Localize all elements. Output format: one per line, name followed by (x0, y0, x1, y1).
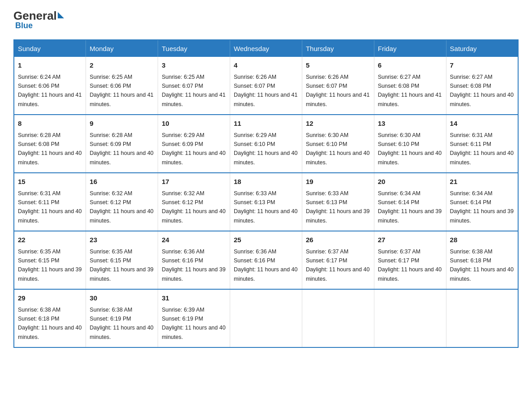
calendar-cell: 13Sunrise: 6:30 AMSunset: 6:10 PMDayligh… (374, 115, 446, 173)
calendar-cell: 31Sunrise: 6:39 AMSunset: 6:19 PMDayligh… (158, 289, 230, 347)
day-number: 26 (306, 235, 370, 245)
calendar-cell (230, 289, 302, 347)
day-info: Sunrise: 6:25 AMSunset: 6:06 PMDaylight:… (90, 74, 153, 107)
day-number: 6 (378, 60, 442, 71)
calendar-cell (302, 289, 374, 347)
day-number: 12 (306, 119, 370, 129)
calendar-cell: 14Sunrise: 6:31 AMSunset: 6:11 PMDayligh… (446, 115, 518, 173)
calendar-cell: 24Sunrise: 6:36 AMSunset: 6:16 PMDayligh… (158, 231, 230, 289)
calendar-cell: 10Sunrise: 6:29 AMSunset: 6:09 PMDayligh… (158, 115, 230, 173)
calendar-week-row: 1Sunrise: 6:24 AMSunset: 6:06 PMDaylight… (14, 57, 518, 115)
day-info: Sunrise: 6:38 AMSunset: 6:18 PMDaylight:… (18, 307, 82, 340)
day-info: Sunrise: 6:37 AMSunset: 6:17 PMDaylight:… (378, 248, 442, 282)
calendar-cell: 20Sunrise: 6:34 AMSunset: 6:14 PMDayligh… (374, 173, 446, 231)
day-info: Sunrise: 6:27 AMSunset: 6:08 PMDaylight:… (378, 74, 442, 107)
day-number: 15 (18, 177, 82, 187)
calendar-cell: 3Sunrise: 6:25 AMSunset: 6:07 PMDaylight… (158, 57, 230, 115)
calendar-cell: 16Sunrise: 6:32 AMSunset: 6:12 PMDayligh… (86, 173, 158, 231)
day-number: 18 (234, 177, 298, 187)
logo-blue-text: Blue (15, 21, 33, 30)
day-number: 30 (90, 293, 154, 304)
day-info: Sunrise: 6:25 AMSunset: 6:07 PMDaylight:… (162, 74, 225, 107)
day-number: 27 (378, 235, 442, 245)
day-info: Sunrise: 6:34 AMSunset: 6:14 PMDaylight:… (378, 190, 442, 224)
day-info: Sunrise: 6:28 AMSunset: 6:08 PMDaylight:… (18, 132, 82, 166)
day-number: 17 (162, 177, 226, 187)
calendar-cell: 25Sunrise: 6:36 AMSunset: 6:16 PMDayligh… (230, 231, 302, 289)
calendar-cell: 19Sunrise: 6:33 AMSunset: 6:13 PMDayligh… (302, 173, 374, 231)
col-header-monday: Monday (86, 40, 158, 57)
calendar-cell (446, 289, 518, 347)
calendar-week-row: 15Sunrise: 6:31 AMSunset: 6:11 PMDayligh… (14, 173, 518, 231)
day-number: 24 (162, 235, 226, 245)
day-info: Sunrise: 6:37 AMSunset: 6:17 PMDaylight:… (306, 248, 369, 282)
day-number: 10 (162, 119, 226, 129)
calendar-cell: 1Sunrise: 6:24 AMSunset: 6:06 PMDaylight… (14, 57, 86, 115)
calendar-cell: 4Sunrise: 6:26 AMSunset: 6:07 PMDaylight… (230, 57, 302, 115)
day-number: 3 (162, 60, 226, 71)
calendar-cell: 5Sunrise: 6:26 AMSunset: 6:07 PMDaylight… (302, 57, 374, 115)
page-header: General Blue (13, 9, 519, 30)
calendar-week-row: 8Sunrise: 6:28 AMSunset: 6:08 PMDaylight… (14, 115, 518, 173)
day-info: Sunrise: 6:39 AMSunset: 6:19 PMDaylight:… (162, 307, 225, 340)
calendar-cell: 11Sunrise: 6:29 AMSunset: 6:10 PMDayligh… (230, 115, 302, 173)
day-number: 22 (18, 235, 82, 245)
day-number: 9 (90, 119, 154, 129)
day-number: 21 (450, 177, 514, 187)
day-info: Sunrise: 6:35 AMSunset: 6:15 PMDaylight:… (18, 248, 82, 282)
calendar-header-row: SundayMondayTuesdayWednesdayThursdayFrid… (14, 40, 518, 57)
day-info: Sunrise: 6:24 AMSunset: 6:06 PMDaylight:… (18, 74, 82, 107)
day-number: 20 (378, 177, 442, 187)
day-info: Sunrise: 6:31 AMSunset: 6:11 PMDaylight:… (450, 132, 514, 166)
day-number: 16 (90, 177, 154, 187)
col-header-saturday: Saturday (446, 40, 518, 57)
calendar-cell: 17Sunrise: 6:32 AMSunset: 6:12 PMDayligh… (158, 173, 230, 231)
day-number: 5 (306, 60, 370, 71)
day-number: 8 (18, 119, 82, 129)
calendar-cell: 7Sunrise: 6:27 AMSunset: 6:08 PMDaylight… (446, 57, 518, 115)
day-info: Sunrise: 6:26 AMSunset: 6:07 PMDaylight:… (234, 74, 297, 107)
day-number: 4 (234, 60, 298, 71)
calendar-week-row: 29Sunrise: 6:38 AMSunset: 6:18 PMDayligh… (14, 289, 518, 347)
col-header-wednesday: Wednesday (230, 40, 302, 57)
day-number: 13 (378, 119, 442, 129)
day-info: Sunrise: 6:36 AMSunset: 6:16 PMDaylight:… (234, 248, 297, 282)
day-number: 7 (450, 60, 514, 71)
col-header-sunday: Sunday (14, 40, 86, 57)
calendar-cell: 23Sunrise: 6:35 AMSunset: 6:15 PMDayligh… (86, 231, 158, 289)
calendar-cell: 30Sunrise: 6:38 AMSunset: 6:19 PMDayligh… (86, 289, 158, 347)
day-info: Sunrise: 6:29 AMSunset: 6:10 PMDaylight:… (234, 132, 297, 166)
day-number: 31 (162, 293, 226, 304)
day-info: Sunrise: 6:38 AMSunset: 6:18 PMDaylight:… (450, 248, 514, 282)
day-info: Sunrise: 6:36 AMSunset: 6:16 PMDaylight:… (162, 248, 225, 282)
calendar-cell: 15Sunrise: 6:31 AMSunset: 6:11 PMDayligh… (14, 173, 86, 231)
calendar-cell: 29Sunrise: 6:38 AMSunset: 6:18 PMDayligh… (14, 289, 86, 347)
calendar-week-row: 22Sunrise: 6:35 AMSunset: 6:15 PMDayligh… (14, 231, 518, 289)
col-header-tuesday: Tuesday (158, 40, 230, 57)
day-info: Sunrise: 6:30 AMSunset: 6:10 PMDaylight:… (306, 132, 369, 166)
calendar-cell: 26Sunrise: 6:37 AMSunset: 6:17 PMDayligh… (302, 231, 374, 289)
calendar-cell: 22Sunrise: 6:35 AMSunset: 6:15 PMDayligh… (14, 231, 86, 289)
calendar-cell: 27Sunrise: 6:37 AMSunset: 6:17 PMDayligh… (374, 231, 446, 289)
logo-triangle-icon (58, 12, 64, 18)
calendar-cell: 28Sunrise: 6:38 AMSunset: 6:18 PMDayligh… (446, 231, 518, 289)
day-info: Sunrise: 6:28 AMSunset: 6:09 PMDaylight:… (90, 132, 153, 166)
day-info: Sunrise: 6:34 AMSunset: 6:14 PMDaylight:… (450, 190, 514, 224)
calendar-cell: 8Sunrise: 6:28 AMSunset: 6:08 PMDaylight… (14, 115, 86, 173)
calendar-cell: 6Sunrise: 6:27 AMSunset: 6:08 PMDaylight… (374, 57, 446, 115)
calendar-cell: 12Sunrise: 6:30 AMSunset: 6:10 PMDayligh… (302, 115, 374, 173)
day-info: Sunrise: 6:38 AMSunset: 6:19 PMDaylight:… (90, 307, 153, 340)
day-number: 29 (18, 293, 82, 304)
calendar-table: SundayMondayTuesdayWednesdayThursdayFrid… (13, 39, 519, 348)
calendar-cell (374, 289, 446, 347)
day-info: Sunrise: 6:31 AMSunset: 6:11 PMDaylight:… (18, 190, 82, 224)
day-info: Sunrise: 6:32 AMSunset: 6:12 PMDaylight:… (162, 190, 225, 224)
calendar-cell: 2Sunrise: 6:25 AMSunset: 6:06 PMDaylight… (86, 57, 158, 115)
day-number: 19 (306, 177, 370, 187)
calendar-cell: 21Sunrise: 6:34 AMSunset: 6:14 PMDayligh… (446, 173, 518, 231)
day-info: Sunrise: 6:26 AMSunset: 6:07 PMDaylight:… (306, 74, 369, 107)
day-info: Sunrise: 6:35 AMSunset: 6:15 PMDaylight:… (90, 248, 153, 282)
day-number: 28 (450, 235, 514, 245)
col-header-friday: Friday (374, 40, 446, 57)
calendar-cell: 18Sunrise: 6:33 AMSunset: 6:13 PMDayligh… (230, 173, 302, 231)
